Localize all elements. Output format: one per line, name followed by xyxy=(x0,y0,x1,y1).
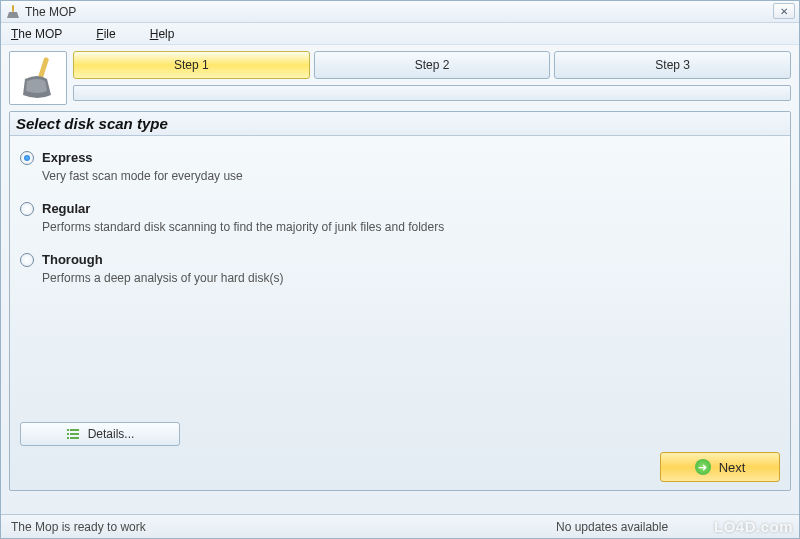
tab-label: Step 2 xyxy=(415,58,450,72)
svg-rect-7 xyxy=(70,437,79,439)
svg-rect-2 xyxy=(67,429,69,431)
next-button[interactable]: ➜ Next xyxy=(660,452,780,482)
menu-help[interactable]: Help xyxy=(150,27,175,41)
title-bar: The MOP ✕ xyxy=(1,1,799,23)
svg-rect-1 xyxy=(38,57,50,79)
app-window: The MOP ✕ The MOP File Help Step 1 Step … xyxy=(0,0,800,539)
panel-title: Select disk scan type xyxy=(10,112,790,136)
radio-express[interactable] xyxy=(20,151,34,165)
details-label: Details... xyxy=(88,427,135,441)
steps-right: Step 1 Step 2 Step 3 xyxy=(73,51,791,105)
step-tabs: Step 1 Step 2 Step 3 xyxy=(73,51,791,79)
details-button[interactable]: Details... xyxy=(20,422,180,446)
app-logo xyxy=(9,51,67,105)
progress-bar xyxy=(73,85,791,101)
radio-regular[interactable] xyxy=(20,202,34,216)
tab-step-2[interactable]: Step 2 xyxy=(314,51,551,79)
option-label: Regular xyxy=(42,201,90,216)
svg-rect-6 xyxy=(67,437,69,439)
arrow-right-icon: ➜ xyxy=(695,459,711,475)
option-desc: Performs a deep analysis of your hard di… xyxy=(42,271,780,285)
status-bar: The Mop is ready to work No updates avai… xyxy=(1,514,799,538)
steps-area: Step 1 Step 2 Step 3 xyxy=(1,45,799,109)
svg-rect-3 xyxy=(70,429,79,431)
main-panel: Select disk scan type Express Very fast … xyxy=(9,111,791,491)
list-icon xyxy=(66,427,80,441)
option-label: Thorough xyxy=(42,252,103,267)
svg-rect-5 xyxy=(70,433,79,435)
option-express[interactable]: Express xyxy=(20,150,780,165)
panel-body: Express Very fast scan mode for everyday… xyxy=(10,136,790,317)
option-label: Express xyxy=(42,150,93,165)
close-icon: ✕ xyxy=(780,6,788,17)
updates-text: No updates available xyxy=(556,520,668,534)
radio-thorough[interactable] xyxy=(20,253,34,267)
svg-rect-0 xyxy=(12,5,14,12)
svg-rect-4 xyxy=(67,433,69,435)
status-text: The Mop is ready to work xyxy=(11,520,146,534)
tab-label: Step 3 xyxy=(655,58,690,72)
next-label: Next xyxy=(719,460,746,475)
tab-label: Step 1 xyxy=(174,58,209,72)
tab-step-1[interactable]: Step 1 xyxy=(73,51,310,79)
menu-file[interactable]: File xyxy=(96,27,115,41)
window-title: The MOP xyxy=(25,5,76,19)
option-regular[interactable]: Regular xyxy=(20,201,780,216)
menu-the-mop[interactable]: The MOP xyxy=(11,27,62,41)
menu-bar: The MOP File Help xyxy=(1,23,799,45)
option-desc: Very fast scan mode for everyday use xyxy=(42,169,780,183)
app-icon xyxy=(5,4,21,20)
tab-step-3[interactable]: Step 3 xyxy=(554,51,791,79)
option-thorough[interactable]: Thorough xyxy=(20,252,780,267)
option-desc: Performs standard disk scanning to find … xyxy=(42,220,780,234)
close-button[interactable]: ✕ xyxy=(773,3,795,19)
